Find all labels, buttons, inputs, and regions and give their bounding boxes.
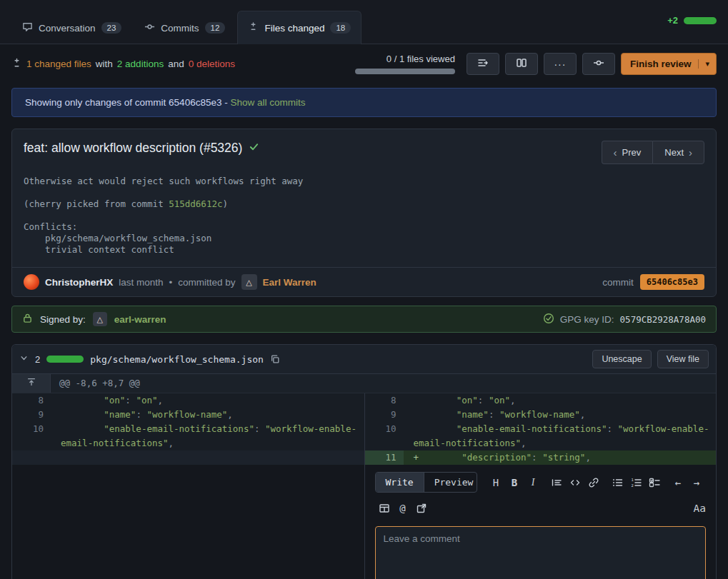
line-number[interactable]: 9 (12, 408, 51, 422)
show-all-commits-link[interactable]: Show all commits (230, 97, 305, 108)
commit-body-line: Otherwise act would reject such workflow… (24, 176, 704, 187)
split-view-icon (516, 57, 527, 71)
italic-icon[interactable]: I (524, 473, 542, 492)
ordered-list-icon[interactable]: 12 (627, 473, 645, 492)
chevron-right-icon: › (689, 146, 692, 158)
files-viewed-progress (355, 69, 455, 74)
mention-icon[interactable]: @ (394, 499, 412, 518)
heading-icon[interactable]: H (487, 473, 505, 492)
plain-editor-toggle[interactable]: Aa (694, 501, 706, 515)
author-name-link[interactable]: ChristopherHX (45, 277, 113, 288)
changed-files-summary: 1 changed files with 2 additions and 0 d… (11, 58, 235, 71)
chevron-left-icon: ‹ (614, 146, 617, 158)
cherry-pick-commit-link[interactable]: 515dd6612c (169, 198, 222, 209)
bold-icon[interactable]: B (505, 473, 524, 492)
whitespace-options-button[interactable] (467, 53, 499, 75)
expand-up-icon (26, 377, 36, 390)
banner-text: Showing only changes of commit 65406c85e… (25, 97, 228, 108)
file-name: pkg/schema/workflow_schema.json (90, 354, 264, 365)
signer-avatar[interactable]: △ (93, 312, 107, 326)
pr-diff-stat: +2 (667, 15, 717, 26)
summary-and-label: and (168, 59, 184, 69)
signed-commit-row: Signed by: △ earl-warren GPG key ID: 057… (11, 306, 717, 333)
gpg-check-icon (543, 313, 554, 326)
file-stat-bar (46, 356, 84, 363)
files-viewed-label: 0 / 1 files viewed (387, 54, 455, 64)
indent-icon[interactable]: → (687, 473, 706, 492)
line-number[interactable]: 8 (12, 393, 51, 408)
editor-mode-tabs: Write Preview (375, 472, 478, 493)
diff-row: 9 "name": "workflow-name",9 "name": "wor… (12, 408, 716, 422)
caret-down-icon: ▾ (698, 59, 716, 69)
comment-textarea[interactable] (375, 526, 707, 579)
line-number[interactable]: 8 (365, 393, 404, 408)
files-count-badge: 18 (330, 22, 351, 34)
finish-review-label: Finish review (622, 59, 699, 69)
line-number[interactable]: 10 (365, 422, 404, 450)
tab-files-changed-label: Files changed (264, 23, 324, 34)
commit-author-row: ChristopherHX last month • committed by … (12, 267, 716, 296)
author-avatar[interactable] (24, 274, 39, 290)
task-list-icon[interactable] (645, 473, 664, 492)
committer-avatar[interactable]: △ (241, 274, 257, 290)
expand-hunk-button[interactable] (12, 374, 51, 393)
file-diff-header: 2 pkg/schema/workflow_schema.json Unesca… (12, 345, 716, 374)
diff-plusminus-icon (11, 58, 22, 71)
outdent-icon[interactable]: ← (669, 473, 687, 492)
reference-icon[interactable] (412, 499, 431, 518)
diff-toolbar: 0 / 1 files viewed ··· Finish review ▾ (355, 53, 717, 75)
unescape-button[interactable]: Unescape (592, 350, 651, 368)
commit-body-line: trivial context conflict (24, 244, 704, 256)
hunk-header-text: @@ -8,6 +8,7 @@ (51, 374, 140, 393)
commit-title-text: feat: allow workflow description (#5326) (24, 141, 242, 156)
diff-filler-cell (51, 450, 364, 465)
hunk-header-row: @@ -8,6 +8,7 @@ (12, 374, 716, 393)
conversation-count-badge: 23 (101, 22, 122, 34)
preview-tab[interactable]: Preview (424, 473, 477, 492)
link-icon[interactable] (584, 473, 603, 492)
tab-commits[interactable]: Commits 12 (134, 11, 236, 44)
commit-sha-badge[interactable]: 65406c85e3 (640, 274, 704, 290)
more-options-button[interactable]: ··· (544, 53, 577, 75)
whitespace-icon (477, 57, 489, 71)
write-tab[interactable]: Write (376, 473, 424, 492)
commit-filter-banner: Showing only changes of commit 65406c85e… (11, 88, 717, 117)
editor-toolbar-row-2: @ Aa (375, 499, 707, 518)
tab-files-changed[interactable]: Files changed 18 (237, 11, 361, 44)
copy-filename-icon[interactable] (270, 354, 280, 364)
code-icon[interactable] (566, 473, 584, 492)
code-line: "name": "workflow-name", (51, 408, 364, 422)
unordered-list-icon[interactable] (608, 473, 627, 492)
diff-row: 10 "enable-email-notifications": "workfl… (12, 422, 716, 450)
commit-body-line (24, 210, 704, 221)
prev-commit-button[interactable]: ‹ Prev (602, 141, 653, 164)
commit-status-check-icon[interactable] (249, 141, 259, 156)
files-viewed-block: 0 / 1 files viewed (355, 54, 455, 74)
next-commit-button[interactable]: Next › (652, 141, 704, 164)
code-line: "on": "on", (51, 393, 364, 408)
finish-review-button[interactable]: Finish review ▾ (621, 53, 717, 75)
svg-text:1: 1 (632, 478, 634, 482)
changed-files-count: 1 changed files (26, 59, 91, 69)
line-number[interactable]: 11 (365, 450, 404, 465)
split-view-toggle-button[interactable] (505, 53, 538, 75)
commit-body-line: Conflicts: (24, 221, 704, 233)
signer-name-link[interactable]: earl-warren (114, 314, 166, 325)
prev-label: Prev (622, 147, 642, 158)
view-file-button[interactable]: View file (657, 350, 709, 368)
file-change-count: 2 (35, 354, 40, 365)
line-number[interactable]: 9 (365, 408, 404, 422)
tab-conversation[interactable]: Conversation 23 (11, 11, 132, 44)
commit-body-line (24, 187, 704, 198)
line-number[interactable]: 10 (12, 422, 51, 450)
commit-select-button[interactable] (582, 53, 615, 75)
commit-title: feat: allow workflow description (#5326) (24, 141, 259, 156)
quote-icon[interactable] (547, 473, 566, 492)
code-line: + "description": "string", (404, 450, 717, 465)
commit-range-icon (593, 57, 604, 71)
svg-text:2: 2 (632, 483, 634, 487)
committer-name-link[interactable]: Earl Warren (263, 277, 316, 288)
conversation-icon (22, 21, 33, 34)
table-icon[interactable] (375, 499, 394, 518)
collapse-file-icon[interactable] (19, 353, 29, 366)
